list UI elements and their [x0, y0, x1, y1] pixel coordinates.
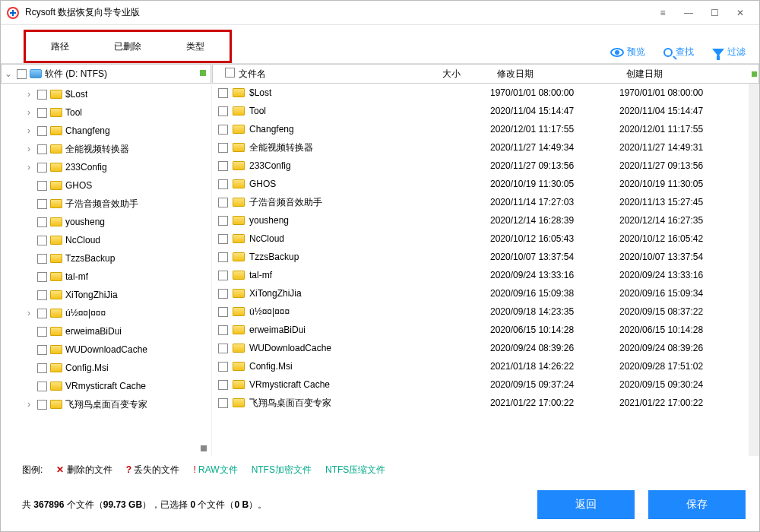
minimize-button[interactable]: —	[676, 2, 701, 24]
tree-checkbox[interactable]	[37, 163, 47, 173]
tree-checkbox[interactable]	[37, 327, 47, 337]
tree-checkbox[interactable]	[37, 236, 47, 245]
table-row[interactable]: TzzsBackup2020/10/07 13:37:542020/10/07 …	[212, 248, 749, 266]
tree-checkbox[interactable]	[37, 345, 47, 355]
table-row[interactable]: erweimaBiDui2020/06/15 10:14:282020/06/1…	[212, 321, 749, 339]
tree-checkbox[interactable]	[37, 400, 47, 410]
tree-item[interactable]: WUDownloadCache	[1, 340, 211, 359]
column-name[interactable]: 文件名	[233, 68, 436, 81]
maximize-button[interactable]: ☐	[701, 2, 727, 24]
tree-item[interactable]: TzzsBackup	[1, 249, 211, 268]
tree-checkbox[interactable]	[37, 199, 47, 209]
tree-expander[interactable]: ›	[24, 144, 34, 154]
tree-item[interactable]: 子浩音频音效助手	[1, 195, 211, 213]
table-row[interactable]: 全能视频转换器2020/11/27 14:49:342020/11/27 14:…	[212, 138, 749, 157]
menu-button[interactable]: ≡	[650, 2, 676, 24]
column-size[interactable]: 大小	[436, 68, 491, 81]
row-checkbox[interactable]	[218, 234, 228, 244]
row-checkbox[interactable]	[218, 125, 228, 135]
table-row[interactable]: Changfeng2020/12/01 11:17:552020/12/01 1…	[212, 120, 749, 138]
preview-button[interactable]: 预览	[610, 46, 645, 59]
tree-item[interactable]: ›ú½¤¤|¤¤¤	[1, 304, 211, 322]
tree-item[interactable]: NcCloud	[1, 231, 211, 249]
row-checkbox[interactable]	[218, 161, 228, 171]
row-checkbox[interactable]	[218, 307, 228, 317]
tree-checkbox[interactable]	[37, 181, 47, 191]
row-checkbox[interactable]	[218, 179, 228, 189]
tree-item[interactable]: ›飞翔鸟桌面百变专家	[1, 395, 211, 413]
tree-item[interactable]: ›Changfeng	[1, 122, 211, 140]
table-row[interactable]: VRmysticraft Cache2020/09/15 09:37:24202…	[212, 375, 749, 394]
row-checkbox[interactable]	[218, 325, 228, 335]
tree-checkbox[interactable]	[37, 144, 47, 154]
tree-item[interactable]: VRmysticraft Cache	[1, 377, 211, 395]
table-row[interactable]: yousheng2020/12/14 16:28:392020/12/14 16…	[212, 211, 749, 230]
row-checkbox[interactable]	[218, 216, 228, 226]
tree-checkbox[interactable]	[37, 254, 47, 264]
tree-root-expander[interactable]: ⌄	[5, 68, 14, 79]
row-checkbox[interactable]	[218, 271, 228, 280]
tree-checkbox[interactable]	[37, 290, 47, 300]
table-row[interactable]: WUDownloadCache2020/09/24 08:39:262020/0…	[212, 339, 749, 357]
row-checkbox[interactable]	[218, 362, 228, 372]
row-checkbox[interactable]	[218, 289, 228, 299]
table-row[interactable]: $Lost1970/01/01 08:00:001970/01/01 08:00…	[212, 84, 749, 102]
tree-checkbox[interactable]	[37, 272, 47, 282]
list-scrollbar[interactable]	[749, 84, 759, 456]
tree-expander[interactable]: ›	[24, 89, 34, 100]
tree-item[interactable]: GHOS	[1, 176, 211, 195]
row-checkbox[interactable]	[218, 198, 228, 207]
tree-expander[interactable]: ›	[24, 107, 34, 118]
column-created[interactable]: 创建日期	[620, 68, 749, 81]
table-row[interactable]: 233Config2020/11/27 09:13:562020/11/27 0…	[212, 157, 749, 175]
table-row[interactable]: ú½¤¤|¤¤¤2020/09/18 14:23:352020/09/15 08…	[212, 302, 749, 321]
search-button[interactable]: 查找	[663, 46, 694, 59]
table-row[interactable]: tal-mf2020/09/24 13:33:162020/09/24 13:3…	[212, 266, 749, 284]
tree-checkbox[interactable]	[37, 309, 47, 318]
tree-root-row[interactable]: ⌄ 软件 (D: NTFS)	[1, 64, 211, 84]
tree-expander[interactable]: ›	[24, 162, 34, 173]
back-button[interactable]: 返回	[537, 490, 635, 519]
row-checkbox[interactable]	[218, 344, 228, 353]
table-row[interactable]: GHOS2020/10/19 11:30:052020/10/19 11:30:…	[212, 175, 749, 193]
row-checkbox[interactable]	[218, 252, 228, 262]
table-row[interactable]: 飞翔鸟桌面百变专家2021/01/22 17:00:222021/01/22 1…	[212, 394, 749, 412]
table-row[interactable]: Config.Msi2021/01/18 14:26:222020/09/28 …	[212, 357, 749, 375]
tree-root-checkbox[interactable]	[17, 69, 27, 79]
tree-item[interactable]: ›Tool	[1, 103, 211, 122]
tree-item[interactable]: ›233Config	[1, 158, 211, 176]
column-modified[interactable]: 修改日期	[491, 68, 620, 81]
save-button[interactable]: 保存	[648, 490, 746, 519]
table-row[interactable]: Tool2020/11/04 15:14:472020/11/04 15:14:…	[212, 102, 749, 120]
close-button[interactable]: ✕	[727, 2, 753, 24]
tree-checkbox[interactable]	[37, 126, 47, 136]
tree-expander[interactable]: ›	[24, 125, 34, 136]
tree-item[interactable]: XiTongZhiJia	[1, 286, 211, 304]
tree-expander[interactable]: ›	[24, 308, 34, 318]
tree-checkbox[interactable]	[37, 382, 47, 391]
tree-scroll-indicator[interactable]	[1, 442, 211, 456]
row-checkbox[interactable]	[218, 398, 228, 408]
row-checkbox[interactable]	[218, 143, 228, 153]
tab-type[interactable]: 类型	[162, 34, 230, 59]
tab-path[interactable]: 路径	[26, 34, 93, 59]
tree-item[interactable]: yousheng	[1, 213, 211, 231]
tree-item[interactable]: ›$Lost	[1, 85, 211, 103]
row-checkbox[interactable]	[218, 380, 228, 390]
row-checkbox[interactable]	[218, 106, 228, 116]
tree-expander[interactable]: ›	[24, 399, 34, 410]
tree-item[interactable]: erweimaBiDui	[1, 322, 211, 340]
tree-item[interactable]: Config.Msi	[1, 359, 211, 377]
row-checkbox[interactable]	[218, 88, 228, 98]
filter-button[interactable]: 过滤	[712, 46, 746, 59]
table-row[interactable]: XiTongZhiJia2020/09/16 15:09:382020/09/1…	[212, 284, 749, 302]
table-row[interactable]: NcCloud2020/10/12 16:05:432020/10/12 16:…	[212, 230, 749, 248]
tab-deleted[interactable]: 已删除	[93, 34, 161, 59]
tree-checkbox[interactable]	[37, 108, 47, 118]
column-options[interactable]	[749, 71, 758, 77]
tree-item[interactable]: tal-mf	[1, 268, 211, 286]
tree-checkbox[interactable]	[37, 363, 47, 373]
table-row[interactable]: 子浩音频音效助手2020/11/14 17:27:032020/11/13 15…	[212, 193, 749, 211]
tree-checkbox[interactable]	[37, 217, 47, 227]
tree-checkbox[interactable]	[37, 90, 47, 100]
